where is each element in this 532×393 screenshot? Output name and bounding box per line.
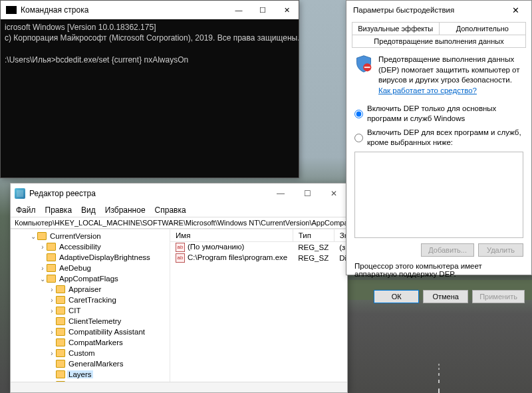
- tree-node[interactable]: ClientTelemetry: [11, 316, 170, 327]
- svg-rect-1: [364, 66, 370, 68]
- regedit-title: Редактор реестра: [29, 189, 267, 198]
- regedit-titlebar[interactable]: Редактор реестра — ☐ ✕: [11, 184, 347, 203]
- minimize-button[interactable]: —: [267, 184, 294, 203]
- dep-option-all[interactable]: Включить DEP для всех программ и служб, …: [354, 128, 523, 148]
- apply-button[interactable]: Применить: [472, 290, 525, 303]
- col-name[interactable]: Имя: [170, 229, 293, 242]
- tree-node[interactable]: ›Compatibility Assistant: [11, 327, 170, 337]
- cmd-title: Командная строка: [21, 5, 227, 15]
- tree-node[interactable]: ⌄AppCompatFlags: [11, 273, 170, 284]
- regedit-window: Редактор реестра — ☐ ✕ Файл Правка Вид И…: [10, 183, 348, 393]
- tree-node[interactable]: ›CaretTracking: [11, 295, 170, 305]
- maximize-button[interactable]: ☐: [251, 1, 275, 19]
- perf-title: Параметры быстродействия: [353, 6, 502, 14]
- value-row[interactable]: ab(По умолчанию)REG_SZ(значение не п: [170, 242, 347, 253]
- close-button[interactable]: ✕: [502, 1, 529, 19]
- cmd-titlebar[interactable]: Командная строка — ☐ ✕: [1, 1, 299, 19]
- menu-help[interactable]: Справка: [155, 205, 186, 215]
- tree-node[interactable]: ›Custom: [11, 348, 170, 358]
- cmd-output[interactable]: icrosoft Windows [Version 10.0.18362.175…: [1, 19, 299, 68]
- menu-edit[interactable]: Правка: [45, 205, 72, 215]
- ok-button[interactable]: ОК: [374, 290, 419, 303]
- perf-options-dialog: Параметры быстродействия ✕ Визуальные эф…: [346, 0, 532, 275]
- close-button[interactable]: ✕: [321, 184, 347, 203]
- tree-node[interactable]: ›Accessibility: [11, 241, 170, 252]
- regedit-icon: [15, 188, 25, 199]
- regedit-tree[interactable]: ⌄CurrentVersion›AccessibilityAdaptiveDis…: [11, 229, 170, 382]
- close-button[interactable]: ✕: [275, 1, 299, 19]
- shield-icon: [354, 55, 373, 73]
- tree-node[interactable]: AdaptiveDisplayBrightness: [11, 252, 170, 263]
- tree-node[interactable]: ›CIT: [11, 305, 170, 316]
- cancel-button[interactable]: Отмена: [423, 290, 468, 303]
- regedit-address[interactable]: Компьютер\HKEY_LOCAL_MACHINE\SOFTWARE\Mi…: [11, 217, 347, 229]
- tree-node[interactable]: ›Appraiser: [11, 284, 170, 295]
- cmd-window: Командная строка — ☐ ✕ icrosoft Windows …: [0, 0, 299, 178]
- dep-exclusion-list[interactable]: [354, 152, 523, 238]
- tree-node[interactable]: ⌄CurrentVersion: [11, 231, 170, 241]
- dep-option-essential[interactable]: Включить DEP только для основных програм…: [354, 104, 523, 124]
- dep-help-link[interactable]: Как работает это средство?: [378, 86, 477, 94]
- dep-radio-essential[interactable]: [354, 104, 363, 124]
- regedit-menu: Файл Правка Вид Избранное Справка: [11, 203, 347, 217]
- value-row[interactable]: abC:\Program files\program.exeREG_SZDisa…: [170, 253, 347, 263]
- menu-file[interactable]: Файл: [16, 205, 36, 215]
- tab-advanced[interactable]: Дополнительно: [439, 22, 527, 35]
- tab-dep[interactable]: Предотвращение выполнения данных: [352, 35, 526, 48]
- perf-titlebar[interactable]: Параметры быстродействия ✕: [346, 1, 531, 19]
- menu-view[interactable]: Вид: [81, 205, 96, 215]
- add-button[interactable]: Добавить...: [421, 243, 474, 257]
- minimize-button[interactable]: —: [227, 1, 251, 19]
- scrollbar-h[interactable]: [11, 382, 347, 392]
- regedit-values[interactable]: Имя Тип Значение ab(По умолчанию)REG_SZ(…: [170, 229, 347, 382]
- menu-favorites[interactable]: Избранное: [105, 205, 146, 215]
- tree-node[interactable]: Layers: [11, 369, 170, 380]
- tree-node[interactable]: GeneralMarkers: [11, 358, 170, 369]
- maximize-button[interactable]: ☐: [294, 184, 321, 203]
- tab-visual-effects[interactable]: Визуальные эффекты: [352, 22, 440, 35]
- col-type[interactable]: Тип: [293, 229, 334, 242]
- remove-button[interactable]: Удалить: [478, 243, 523, 257]
- tree-node[interactable]: ›AeDebug: [11, 263, 170, 273]
- dep-radio-all[interactable]: [354, 128, 363, 148]
- dep-description: Предотвращение выполнения данных (DEP) п…: [378, 55, 523, 96]
- dep-support-text: Процессор этого компьютера имеет аппарат…: [354, 262, 523, 278]
- cmd-icon: [6, 6, 17, 14]
- tree-node[interactable]: CompatMarkers: [11, 337, 170, 348]
